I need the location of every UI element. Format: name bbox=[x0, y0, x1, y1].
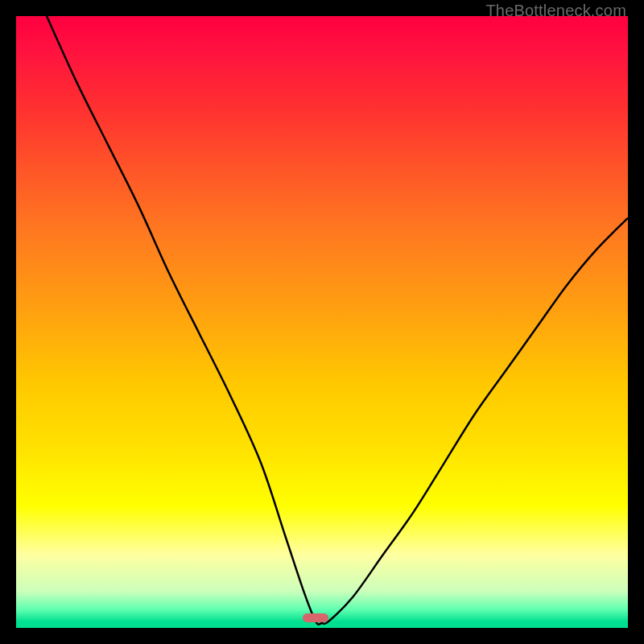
plot-area bbox=[16, 16, 628, 628]
chart-frame: TheBottleneck.com bbox=[0, 0, 644, 644]
optimal-marker bbox=[303, 613, 328, 622]
bottleneck-curve bbox=[47, 16, 628, 625]
curve-layer bbox=[16, 16, 628, 628]
